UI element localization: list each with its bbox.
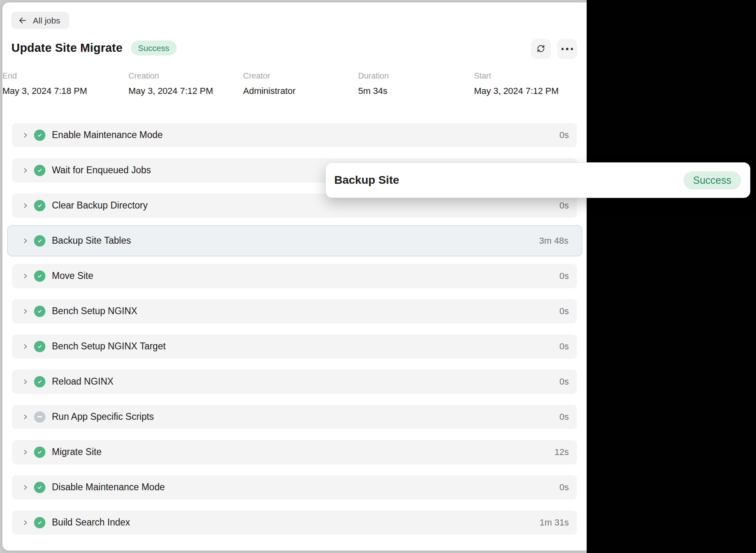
status-success-icon [34, 376, 45, 387]
step-status-popup[interactable]: Backup Site Success [325, 162, 750, 198]
job-step-row[interactable]: Disable Maintenance Mode 0s [12, 475, 577, 500]
meta-start: Start May 3, 2024 7:12 PM [474, 71, 559, 96]
step-label: Build Search Index [52, 517, 130, 528]
step-label: Wait for Enqueued Jobs [52, 165, 151, 176]
meta-label: Duration [358, 71, 389, 81]
chevron-right-icon[interactable] [22, 343, 29, 350]
right-dark-panel [587, 0, 756, 553]
step-label: Run App Specific Scripts [52, 411, 154, 422]
status-skipped-icon [34, 411, 45, 423]
refresh-icon [536, 44, 546, 55]
chevron-right-icon[interactable] [22, 308, 29, 315]
step-label: Backup Site Tables [52, 235, 131, 246]
step-duration: 0s [560, 376, 569, 387]
step-label: Bench Setup NGINX [52, 306, 137, 317]
meta-value: Administrator [243, 86, 296, 96]
popup-step-title: Backup Site [334, 174, 399, 187]
status-success-icon [34, 482, 45, 493]
step-duration: 12s [555, 447, 569, 457]
status-success-icon [34, 130, 45, 141]
job-step-row[interactable]: Migrate Site 12s [12, 440, 577, 464]
step-label: Enable Maintenance Mode [52, 130, 163, 140]
job-step-row[interactable]: Run App Specific Scripts 0s [12, 405, 577, 429]
chevron-right-icon[interactable] [22, 167, 29, 174]
step-duration: 3m 48s [539, 236, 568, 246]
step-duration: 0s [560, 341, 569, 352]
meta-creator: Creator Administrator [243, 71, 296, 96]
back-button-label: All jobs [33, 16, 60, 26]
all-jobs-back-button[interactable]: All jobs [11, 12, 69, 29]
chevron-right-icon[interactable] [22, 449, 29, 456]
step-duration: 0s [560, 200, 569, 211]
job-step-row[interactable]: Bench Setup NGINX 0s [12, 299, 577, 323]
chevron-right-icon[interactable] [22, 202, 29, 209]
step-duration: 1m 31s [540, 517, 569, 528]
job-step-row[interactable]: Build Search Index 1m 31s [12, 510, 577, 535]
chevron-right-icon[interactable] [22, 519, 29, 526]
status-success-icon [34, 341, 45, 352]
meta-duration: Duration 5m 34s [358, 71, 389, 96]
chevron-right-icon[interactable] [22, 484, 29, 491]
popup-status-badge: Success [683, 171, 741, 189]
chevron-right-icon[interactable] [22, 413, 29, 421]
page-title: Update Site Migrate [11, 41, 123, 55]
job-step-row[interactable]: Bench Setup NGINX Target 0s [12, 334, 577, 359]
job-detail-card: All jobs Update Site Migrate Success Cre… [2, 2, 587, 551]
chevron-right-icon[interactable] [22, 237, 29, 245]
chevron-right-icon[interactable] [22, 272, 29, 280]
title-row: Update Site Migrate Success [11, 40, 177, 55]
job-step-row[interactable]: Move Site 0s [12, 264, 577, 288]
meta-value: May 3, 2024 7:12 PM [128, 86, 213, 96]
chevron-right-icon[interactable] [22, 378, 29, 385]
status-success-icon [34, 306, 45, 317]
more-options-button[interactable] [557, 39, 577, 59]
refresh-button[interactable] [531, 39, 551, 59]
chevron-right-icon[interactable] [22, 132, 29, 139]
step-label: Move Site [52, 270, 93, 281]
job-status-badge: Success [131, 40, 177, 55]
status-success-icon [34, 235, 45, 247]
meta-end: End May 3, 2024 7:18 PM [2, 71, 87, 96]
meta-value: May 3, 2024 7:12 PM [474, 86, 559, 96]
step-duration: 0s [560, 130, 569, 140]
step-duration: 0s [560, 482, 569, 493]
job-step-row[interactable]: Reload NGINX 0s [12, 370, 577, 394]
step-duration: 0s [560, 271, 569, 281]
meta-label: Start [474, 71, 559, 81]
step-duration: 0s [560, 306, 569, 317]
status-success-icon [34, 200, 45, 211]
meta-label: End [2, 71, 87, 81]
step-duration: 0s [560, 412, 569, 422]
meta-creation: Creation May 3, 2024 7:12 PM [128, 71, 213, 96]
ellipsis-icon [562, 48, 573, 50]
job-step-row[interactable]: Backup Site Tables 3m 48s [7, 225, 582, 256]
step-label: Reload NGINX [52, 376, 113, 387]
meta-value: 5m 34s [358, 86, 389, 96]
status-success-icon [34, 270, 45, 282]
meta-label: Creator [243, 71, 296, 81]
step-label: Migrate Site [52, 447, 102, 457]
status-success-icon [34, 517, 45, 528]
job-step-row[interactable]: Enable Maintenance Mode 0s [12, 123, 577, 147]
meta-value: May 3, 2024 7:18 PM [2, 86, 87, 96]
step-label: Clear Backup Directory [52, 200, 147, 211]
step-label: Disable Maintenance Mode [52, 482, 165, 493]
status-success-icon [34, 165, 45, 176]
status-success-icon [34, 447, 45, 458]
meta-label: Creation [128, 71, 213, 81]
arrow-left-icon [18, 16, 27, 25]
step-label: Bench Setup NGINX Target [52, 341, 166, 352]
